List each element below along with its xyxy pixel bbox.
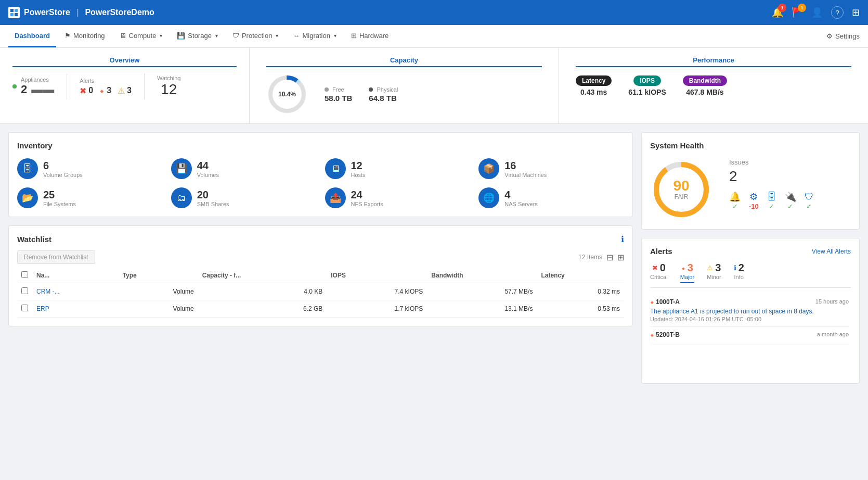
info-tab-icon: ℹ <box>734 264 736 272</box>
overview-title: Overview <box>12 56 237 67</box>
alerts-header: Alerts View All Alerts <box>650 247 851 256</box>
divider <box>144 73 145 99</box>
chevron-down-icon: ▾ <box>334 33 336 39</box>
brand-name: PowerStore <box>24 8 70 17</box>
user-icon[interactable]: 👤 <box>811 7 823 18</box>
divider <box>67 73 67 99</box>
filter-icon[interactable]: ⊟ <box>606 252 613 262</box>
row-checkbox[interactable] <box>21 305 28 311</box>
header-left: PowerStore | PowerStoreDemo <box>8 7 154 18</box>
capacity-content: 10.4% Free 58.0 TB Physical 64.8 TB <box>266 73 542 115</box>
nav-compute-label: Compute <box>129 32 157 40</box>
watching-count: 12 <box>157 81 180 98</box>
row-name-link[interactable]: CRM -... <box>36 288 60 295</box>
select-all-checkbox[interactable] <box>21 271 28 278</box>
list-item: 🗄 6Volume Groups <box>17 158 163 179</box>
filesystems-icon: 📂 <box>17 187 38 208</box>
apps-icon[interactable]: ⊞ <box>852 7 860 18</box>
tab-minor[interactable]: ⚠ 3 Minor <box>707 262 721 283</box>
watchlist-toolbar: Remove from Watchlist 12 Items ⊟ ⊞ <box>17 250 624 264</box>
critical-alert: ✖ 0 <box>80 86 93 96</box>
bell-icon[interactable]: 🔔1 <box>772 7 783 18</box>
tab-critical[interactable]: ✖ 0 Critical <box>650 262 668 283</box>
nav-migration-label: Migration <box>302 32 330 40</box>
protection-health-status: ✓ <box>805 203 814 210</box>
tab-info[interactable]: ℹ 2 Info <box>734 262 744 283</box>
performance-content: Latency 0.43 ms IOPS 61.1 kIOPS Bandwidt… <box>576 73 851 96</box>
free-dot <box>325 87 329 92</box>
storage-health-icon: 🗄 <box>767 192 776 203</box>
overview-left: Overview Appliances 2 ▬▬ Alerts <box>0 48 250 123</box>
columns-icon[interactable]: ⊞ <box>617 252 624 262</box>
capacity-percent: 10.4% <box>278 91 296 98</box>
nav-hardware[interactable]: ⊞ Hardware <box>345 25 395 47</box>
system-health-title: System Health <box>650 141 851 150</box>
critical-tab-icon: ✖ <box>652 264 658 272</box>
tab-major[interactable]: ⬥ 3 Major <box>680 262 695 283</box>
view-all-alerts-link[interactable]: View All Alerts <box>812 248 851 255</box>
capacity-title: Capacity <box>266 56 542 67</box>
alert-item-header: ⬥ 5200T-B a month ago <box>650 331 849 338</box>
nas-icon: 🌐 <box>478 187 499 208</box>
volume-groups-icon: 🗄 <box>17 158 38 179</box>
row-checkbox[interactable] <box>21 287 28 294</box>
table-row: ERP Volume 6.2 GB 1.7 kIOPS 13.1 MB/s 0.… <box>17 300 624 318</box>
info-icon[interactable]: ℹ <box>621 234 624 244</box>
gear-health-icon: ⚙ <box>749 191 759 203</box>
nav-migration[interactable]: ↔ Migration ▾ <box>287 25 342 47</box>
physical-value: 64.8 TB <box>369 94 398 103</box>
nav-storage[interactable]: 💾 Storage ▾ <box>171 25 224 47</box>
nav-compute[interactable]: 🖥 Compute ▾ <box>113 25 169 47</box>
nav-dashboard[interactable]: Dashboard <box>8 25 56 47</box>
flag-icon[interactable]: 🚩1 <box>792 7 803 18</box>
major-alert-icon: ⬥ <box>650 298 654 306</box>
nav-protection[interactable]: 🛡 Protection ▾ <box>226 25 285 47</box>
row-iops: 7.4 kIOPS <box>327 283 427 300</box>
list-item: 📤 24NFS Exports <box>325 187 471 208</box>
health-icon-protection: 🛡 ✓ <box>805 192 814 210</box>
smb-label: SMB Shares <box>197 201 229 207</box>
settings-icon: ⚙ <box>826 32 833 40</box>
row-bandwidth: 13.1 MB/s <box>427 300 537 318</box>
alert-item-time: a month ago <box>817 331 849 338</box>
network-health-status: ✓ <box>785 203 796 210</box>
major-alert-icon: ⬥ <box>650 331 654 338</box>
system-health-card: System Health 90 FAIR Issues 2 <box>641 132 860 230</box>
list-item: 🗂 20SMB Shares <box>171 187 317 208</box>
physical-label: Physical <box>369 86 398 93</box>
help-icon[interactable]: ? <box>831 6 844 19</box>
alert-item-name: ⬥ 5200T-B <box>650 331 680 338</box>
overview-stats: Appliances 2 ▬▬ Alerts ✖ 0 <box>12 73 237 99</box>
volumes-icon: 💾 <box>171 158 192 179</box>
list-item: 🌐 4NAS Servers <box>478 187 624 208</box>
nav-migration-icon: ↔ <box>293 32 300 40</box>
alert-item-message[interactable]: The appliance A1 is projected to run out… <box>650 308 849 315</box>
alerts-overview-stat: Alerts ✖ 0 ⬥ 3 ⚠ 3 <box>80 78 132 96</box>
row-type: Volume <box>119 283 198 300</box>
nfs-count: 24 <box>351 188 383 201</box>
alerts-card: Alerts View All Alerts ✖ 0 Critical ⬥ 3 <box>641 238 860 384</box>
major-tab-label: Major <box>680 274 695 280</box>
brand-separator: | <box>76 8 79 17</box>
iops-perf: IOPS 61.1 kIOPS <box>628 75 666 96</box>
alert-item-header: ⬥ 1000T-A 15 hours ago <box>650 298 849 306</box>
row-name-link[interactable]: ERP <box>36 305 49 312</box>
watching-stat: Watching 12 <box>157 75 180 98</box>
alerts-list: ⬥ 1000T-A 15 hours ago The appliance A1 … <box>650 294 851 345</box>
issues-title: Issues <box>729 158 851 166</box>
nav-settings[interactable]: ⚙ Settings <box>826 32 860 40</box>
chevron-down-icon: ▾ <box>160 33 162 39</box>
major-icon: ⬥ <box>99 86 105 95</box>
health-icon-network: 🔌 ✓ <box>785 191 796 210</box>
hosts-count: 12 <box>351 159 366 172</box>
remove-from-watchlist-button[interactable]: Remove from Watchlist <box>17 250 95 264</box>
minor-count: 3 <box>127 86 132 95</box>
nav-monitoring[interactable]: ⚑ Monitoring <box>58 25 111 47</box>
minor-tab-label: Minor <box>707 274 721 280</box>
alerts-label: Alerts <box>80 78 132 84</box>
health-score-label: 90 FAIR <box>673 179 689 200</box>
storage-health-status: ✓ <box>767 203 776 210</box>
watchlist-header: Watchlist ℹ <box>17 234 624 244</box>
appliance-icon: ▬▬ <box>31 83 54 96</box>
header-right: 🔔1 🚩1 👤 ? ⊞ <box>772 6 860 19</box>
